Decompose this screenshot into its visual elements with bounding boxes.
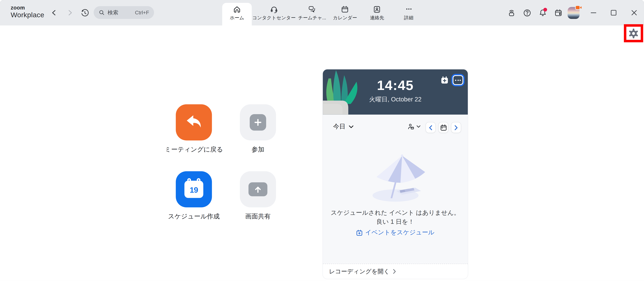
maximize-icon [610, 10, 617, 16]
widget-header-actions [441, 75, 463, 85]
tab-label: コンタクトセンター [252, 15, 296, 21]
quick-action-label: ミーティングに戻る [165, 146, 223, 154]
settings-gear-button[interactable] [628, 28, 639, 38]
chevron-left-icon [428, 124, 433, 130]
quick-action-label: スケジュール作成 [168, 212, 220, 221]
quick-action-share-screen: 画面共有 [227, 171, 289, 221]
tab-label: ホーム [230, 15, 244, 21]
mini-calendar-icon [440, 124, 447, 131]
search-icon [98, 10, 105, 16]
dot [460, 80, 461, 81]
titlebar: zoom Workplace 検索 Ctrl+F [0, 0, 644, 26]
calendar-day-number: 19 [190, 184, 198, 194]
zoom-workplace-window: zoom Workplace 検索 Ctrl+F [0, 0, 644, 281]
open-recordings-label: レコーディングを開く [329, 268, 390, 275]
tab-label: チームチャ... [298, 15, 326, 21]
search-shortcut: Ctrl+F [135, 10, 149, 16]
avatar[interactable] [568, 7, 580, 19]
prev-day-button[interactable] [426, 122, 436, 133]
reply-icon [184, 113, 203, 132]
widget-controls: 今日 [323, 122, 468, 134]
schedule-event-link-label: イベントをスケジュール [365, 229, 434, 236]
chevron-left-icon [50, 9, 58, 16]
logo-line-workplace: Workplace [11, 12, 44, 18]
notifications-button[interactable] [537, 7, 548, 18]
quick-action-schedule: 19 スケジュール作成 [163, 171, 224, 221]
search-placeholder: 検索 [108, 9, 118, 16]
person-filter-icon [408, 123, 414, 130]
tab-label: カレンダー [333, 15, 357, 21]
notification-dot [544, 8, 547, 12]
tab-calendar[interactable]: カレンダー [333, 3, 357, 26]
dot [457, 80, 458, 81]
calendar-add-icon[interactable] [441, 76, 448, 84]
device-icon [507, 8, 516, 17]
next-day-button[interactable] [451, 122, 461, 133]
open-recordings-row[interactable]: レコーディングを開く [323, 264, 468, 279]
chevron-right-icon [66, 9, 74, 16]
minimize-button[interactable] [588, 7, 599, 18]
panel-icon [554, 8, 562, 17]
empty-state-line2: 良い 1 日を！ [323, 218, 468, 226]
date-range-dropdown[interactable]: 今日 [333, 123, 354, 130]
quick-action-label: 画面共有 [245, 212, 271, 221]
widget-header: 14:45 火曜日, October 22 [323, 69, 468, 114]
headset-icon [270, 5, 278, 14]
back-button[interactable] [48, 7, 60, 18]
chevron-right-icon [454, 124, 458, 130]
share-screen-button[interactable] [240, 171, 276, 207]
tab-label: 詳細 [404, 15, 414, 21]
camera-badge-icon [575, 5, 582, 10]
mini-calendar-button[interactable] [438, 122, 448, 133]
quick-action-back-to-meeting: ミーティングに戻る [163, 104, 224, 154]
history-button[interactable] [79, 7, 90, 18]
schedule-event-link[interactable]: イベントをスケジュール [323, 229, 468, 236]
chevron-down-icon [349, 125, 354, 128]
home-icon [233, 5, 241, 14]
tab-more[interactable]: 詳細 [404, 3, 414, 26]
tab-label: 連絡先 [370, 15, 384, 21]
tab-contact-center[interactable]: コンタクトセンター [252, 3, 296, 26]
chevron-down-icon [416, 125, 420, 128]
upcoming-widget-card: 14:45 火曜日, October 22 今日 [322, 69, 468, 279]
widget-nav-group [426, 122, 461, 133]
person-filter-dropdown[interactable] [408, 123, 421, 130]
search-input[interactable]: 検索 Ctrl+F [94, 6, 154, 19]
back-to-meeting-button[interactable] [176, 104, 212, 140]
zoom-workplace-logo: zoom Workplace [11, 5, 44, 18]
gear-icon [628, 28, 639, 38]
empty-state-line1: スケジュールされた イベント はありません。 [323, 209, 468, 217]
settings-annotation-box [624, 24, 643, 42]
logo-line-zoom: zoom [11, 5, 44, 10]
tab-contacts[interactable]: 連絡先 [370, 3, 384, 26]
schedule-button[interactable]: 19 [176, 171, 212, 207]
open-panel-button[interactable] [552, 7, 564, 18]
join-button[interactable] [240, 104, 276, 140]
connect-device-button[interactable] [506, 7, 517, 18]
chevron-right-icon [393, 269, 396, 274]
help-button[interactable] [521, 7, 532, 18]
share-tile [248, 182, 267, 196]
close-button[interactable] [628, 7, 640, 18]
calendar-icon [341, 5, 349, 14]
date-range-label: 今日 [333, 123, 346, 130]
share-icon [253, 184, 263, 194]
quick-action-label: 参加 [252, 146, 264, 154]
chat-icon [308, 5, 316, 14]
close-icon [631, 10, 638, 16]
minimize-icon [590, 10, 597, 16]
tab-home[interactable]: ホーム [222, 3, 252, 26]
widget-more-button[interactable] [452, 75, 463, 85]
more-icon [404, 5, 413, 14]
dot [455, 80, 456, 81]
forward-button[interactable] [64, 7, 76, 18]
tab-team-chat[interactable]: チームチャ... [298, 3, 326, 26]
maximize-button[interactable] [608, 7, 619, 18]
history-icon [80, 8, 89, 17]
help-icon [522, 8, 531, 17]
umbrella-illustration [362, 153, 428, 203]
calendar-plus-icon [356, 230, 363, 236]
plus-tile [250, 114, 266, 130]
contacts-icon [373, 5, 381, 14]
quick-action-join: 参加 [227, 104, 289, 154]
